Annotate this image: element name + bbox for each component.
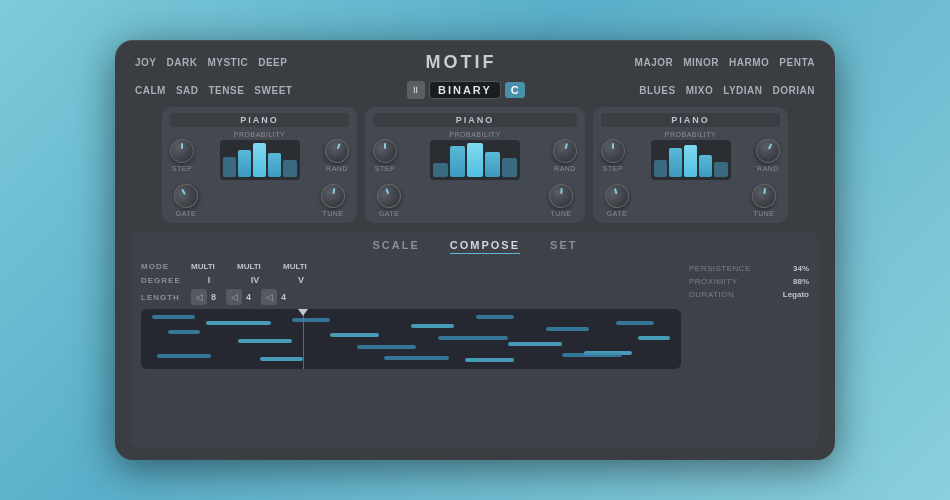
- note-19: [465, 358, 514, 362]
- note-14: [616, 321, 654, 325]
- degree-val-1: IV: [237, 275, 273, 285]
- preset-calm[interactable]: CALM: [135, 85, 166, 96]
- tab-set[interactable]: SET: [550, 239, 577, 254]
- gate-knob-group-left: GATE: [174, 184, 198, 217]
- rand-knob-right[interactable]: [752, 135, 784, 167]
- transport-area: ⏸ BINARY C: [407, 81, 525, 99]
- gate-knob-left[interactable]: [170, 180, 203, 213]
- bar-r1: [654, 160, 667, 177]
- preset-mixo[interactable]: MIXO: [686, 85, 714, 96]
- rand-knob-center[interactable]: [550, 136, 579, 165]
- tune-knob-left[interactable]: [319, 182, 347, 210]
- length-val-1: 4: [246, 292, 251, 302]
- note-12: [546, 327, 589, 331]
- step-label-left: STEP: [172, 165, 192, 172]
- degree-row: DEGREE I IV V: [141, 275, 681, 285]
- step-knob-group-left: STEP: [170, 139, 194, 172]
- note-11: [508, 342, 562, 346]
- step-knob-left[interactable]: [170, 139, 194, 163]
- rand-knob-left[interactable]: [322, 136, 353, 167]
- note-8: [411, 324, 454, 328]
- preset-tense[interactable]: TENSE: [209, 85, 245, 96]
- degree-val-2: V: [283, 275, 319, 285]
- channels-row: PIANO STEP PROBABILITY: [131, 107, 819, 223]
- bar-r4: [699, 155, 712, 177]
- note-7: [357, 345, 416, 349]
- length-dec-2[interactable]: ◁: [261, 289, 277, 305]
- mode-val-2: MULTI: [283, 262, 319, 271]
- length-dec-1[interactable]: ◁: [226, 289, 242, 305]
- preset-sweet[interactable]: SWEET: [254, 85, 292, 96]
- second-row: CALM SAD TENSE SWEET ⏸ BINARY C BLUES MI…: [131, 81, 819, 99]
- preset-minor[interactable]: MINOR: [683, 57, 719, 68]
- preset-joy[interactable]: JOY: [135, 57, 157, 68]
- preset-blues[interactable]: BLUES: [639, 85, 675, 96]
- step-knob-center[interactable]: [373, 139, 397, 163]
- preset-major[interactable]: MAJOR: [635, 57, 674, 68]
- tune-label-left: TUNE: [322, 210, 343, 217]
- length-row: LENGTH ◁ 8 ◁ 4 ◁ 4: [141, 289, 681, 305]
- note-4: [238, 339, 292, 343]
- preset-sad[interactable]: SAD: [176, 85, 199, 96]
- step-knob-group-right: STEP: [601, 139, 625, 172]
- right-bottom-presets: BLUES MIXO LYDIAN DORIAN: [639, 85, 815, 96]
- note-10: [476, 315, 514, 319]
- playhead-triangle: [298, 309, 308, 316]
- tune-knob-group-right: TUNE: [752, 184, 776, 217]
- tune-knob-center[interactable]: [548, 183, 574, 209]
- pause-button[interactable]: ⏸: [407, 81, 425, 99]
- gate-knob-right[interactable]: [602, 181, 631, 210]
- preset-deep[interactable]: DEEP: [258, 57, 287, 68]
- bar-c2: [450, 146, 465, 177]
- plugin-title: MOTIF: [287, 52, 634, 73]
- gate-knob-center[interactable]: [374, 181, 405, 212]
- prob-group-left: PROBABILITY: [200, 131, 319, 180]
- bar-5: [283, 160, 296, 177]
- prob-group-center: PROBABILITY: [403, 131, 547, 180]
- tune-knob-right[interactable]: [750, 182, 777, 209]
- mode-val-0: MULTI: [191, 262, 227, 271]
- left-bottom-presets: CALM SAD TENSE SWEET: [135, 85, 292, 96]
- gate-label-center: GATE: [379, 210, 400, 217]
- preset-harmo[interactable]: HARMO: [729, 57, 769, 68]
- bar-c3: [467, 143, 482, 177]
- tune-label-center: TUNE: [550, 210, 571, 217]
- compose-area: MODE MULTI MULTI MULTI DEGREE I IV V LEN…: [141, 262, 809, 440]
- length-label: LENGTH: [141, 293, 181, 302]
- compose-left: MODE MULTI MULTI MULTI DEGREE I IV V LEN…: [141, 262, 681, 440]
- gate-label-right: GATE: [607, 210, 628, 217]
- channel-center: PIANO STEP PROBABILITY: [365, 107, 585, 223]
- prob-bars-left: [220, 140, 300, 180]
- persistence-row: PERSISTENCE 34%: [689, 264, 809, 273]
- prob-label-left: PROBABILITY: [234, 131, 285, 138]
- compose-right: PERSISTENCE 34% PROXIMITY 88% DURATION L…: [689, 262, 809, 440]
- preset-mystic[interactable]: MYSTIC: [207, 57, 248, 68]
- channel-right-bottom: GATE TUNE: [601, 184, 780, 217]
- preset-penta[interactable]: PENTA: [779, 57, 815, 68]
- preset-dorian[interactable]: DORIAN: [773, 85, 815, 96]
- left-top-presets: JOY DARK MYSTIC DEEP: [135, 57, 287, 68]
- step-knob-group-center: STEP: [373, 139, 397, 172]
- prob-label-center: PROBABILITY: [449, 131, 500, 138]
- preset-lydian[interactable]: LYDIAN: [723, 85, 762, 96]
- proximity-label: PROXIMITY: [689, 277, 738, 286]
- key-display[interactable]: C: [505, 82, 525, 98]
- step-label-center: STEP: [375, 165, 395, 172]
- degree-val-0: I: [191, 275, 227, 285]
- bar-c4: [485, 152, 500, 178]
- gate-label-left: GATE: [176, 210, 197, 217]
- note-5: [292, 318, 330, 322]
- note-20: [562, 353, 621, 357]
- piano-roll: [141, 309, 681, 369]
- bar-r2: [669, 148, 682, 177]
- gate-knob-group-right: GATE: [605, 184, 629, 217]
- step-label-right: STEP: [603, 165, 623, 172]
- step-knob-right[interactable]: [601, 139, 625, 163]
- length-group-0: ◁ 8: [191, 289, 216, 305]
- preset-dark[interactable]: DARK: [167, 57, 198, 68]
- tab-scale[interactable]: SCALE: [373, 239, 420, 254]
- length-dec-0[interactable]: ◁: [191, 289, 207, 305]
- tab-compose[interactable]: COMPOSE: [450, 239, 520, 254]
- note-1: [152, 315, 195, 319]
- note-17: [260, 357, 303, 361]
